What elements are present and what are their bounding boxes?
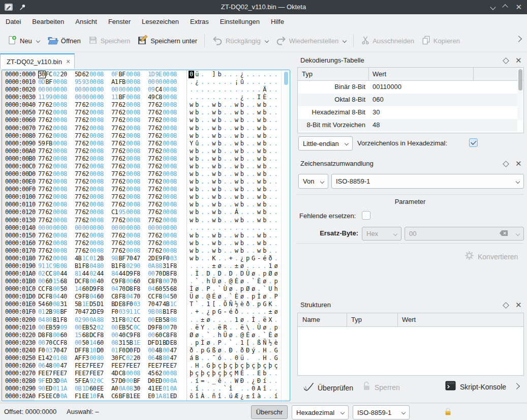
char-cell[interactable]: . [228, 132, 234, 140]
hex-byte[interactable]: 80 [53, 270, 60, 278]
char-cell[interactable]: . [251, 186, 256, 193]
char-cell[interactable]: . [273, 170, 279, 178]
char-cell[interactable]: b [262, 239, 267, 247]
hex-byte[interactable]: 08 [60, 125, 68, 132]
char-cell[interactable]: ø [228, 285, 234, 293]
char-cell[interactable]: . [273, 71, 279, 78]
char-cell[interactable]: . [200, 201, 205, 208]
hex-byte[interactable]: 00 [82, 94, 90, 101]
char-cell[interactable]: . [189, 377, 194, 385]
char-cell[interactable]: . [211, 385, 216, 393]
char-cell[interactable]: . [223, 393, 228, 400]
hex-byte[interactable]: 62 [156, 125, 163, 132]
hex-byte[interactable]: 77 [148, 201, 156, 208]
char-cell[interactable]: . [267, 239, 273, 247]
char-cell[interactable]: . [189, 385, 194, 393]
char-cell[interactable]: . [200, 78, 205, 86]
char-cell[interactable]: w [256, 109, 262, 116]
char-cell[interactable]: . [251, 339, 256, 347]
hex-byte[interactable]: 00 [126, 78, 134, 86]
char-cell[interactable]: w [189, 147, 194, 155]
char-cell[interactable]: G [262, 301, 267, 308]
char-cell[interactable]: w [234, 178, 239, 186]
hex-byte[interactable]: E8 [119, 301, 127, 308]
char-cell[interactable]: è [239, 301, 245, 308]
hex-byte[interactable]: 40 [60, 293, 68, 301]
char-cell[interactable]: ð [189, 347, 194, 354]
char-cell[interactable]: . [245, 186, 251, 193]
char-cell[interactable]: ¿ [205, 308, 211, 316]
hex-byte[interactable]: 77 [111, 217, 119, 224]
hex-byte[interactable]: 09 [148, 86, 156, 94]
char-cell[interactable]: î [251, 393, 256, 400]
char-cell[interactable]: . [205, 109, 211, 116]
char-cell[interactable]: . [234, 285, 239, 293]
hex-byte[interactable]: 47 [170, 354, 178, 362]
char-cell[interactable]: w [189, 255, 194, 262]
hex-byte[interactable]: 00 [53, 86, 60, 94]
char-cell[interactable]: . [217, 94, 223, 101]
hex-byte[interactable]: 60 [134, 278, 141, 285]
hex-byte[interactable]: 1C [134, 308, 141, 316]
char-cell[interactable]: . [205, 86, 211, 94]
char-cell[interactable]: ç [251, 362, 256, 370]
char-cell[interactable]: . [251, 140, 256, 147]
hex-byte[interactable]: 08 [134, 370, 141, 377]
char-cell[interactable]: w [234, 155, 239, 163]
char-cell[interactable]: . [245, 370, 251, 377]
char-cell[interactable]: î [228, 385, 234, 393]
hex-byte[interactable]: 08 [134, 147, 141, 155]
hex-byte[interactable]: 45 [148, 370, 156, 377]
hex-byte[interactable]: 62 [156, 170, 163, 178]
char-cell[interactable]: ø [194, 332, 200, 339]
hex-byte[interactable]: 77 [111, 125, 119, 132]
hex-byte[interactable]: 00 [163, 224, 170, 232]
hex-byte[interactable]: 60 [89, 385, 97, 393]
hex-byte[interactable]: 00 [53, 132, 60, 140]
hex-byte[interactable]: 77 [111, 186, 119, 193]
hex-byte[interactable]: 59 [38, 140, 46, 147]
char-cell[interactable]: . [273, 132, 279, 140]
hex-byte[interactable]: EB [82, 324, 90, 332]
hex-byte[interactable]: 77 [111, 201, 119, 208]
char-cell[interactable]: . [205, 186, 211, 193]
hex-byte[interactable]: 62 [82, 163, 90, 170]
char-cell[interactable]: . [194, 94, 200, 101]
hex-byte[interactable]: 00 [163, 239, 170, 247]
decoding-table-row[interactable]: Hexadezimal 8-Bit30 [298, 106, 517, 119]
hex-byte[interactable]: 62 [82, 116, 90, 124]
hex-row[interactable]: 0000:00D077w62b00.08.77w62b00.08.77w62b0… [2, 170, 290, 178]
char-cell[interactable]: ` [223, 385, 228, 393]
char-cell[interactable]: . [200, 278, 205, 285]
hex-byte[interactable]: 00 [126, 278, 134, 285]
hex-byte[interactable]: 00 [126, 109, 134, 116]
dropdown-chevron-icon[interactable] [36, 39, 40, 43]
char-cell[interactable]: . [273, 377, 279, 385]
column-header-typ[interactable]: Typ [302, 70, 313, 78]
char-cell[interactable]: . [205, 116, 211, 124]
hex-byte[interactable]: FE [38, 370, 46, 377]
hex-byte[interactable]: 08 [97, 132, 105, 140]
char-cell[interactable]: ø [262, 278, 267, 285]
hex-byte[interactable]: 77 [148, 163, 156, 170]
hex-byte[interactable]: 77 [148, 109, 156, 116]
hex-byte[interactable]: 00 [126, 170, 134, 178]
hex-byte[interactable]: 08 [60, 354, 68, 362]
hex-byte[interactable]: 77 [75, 125, 82, 132]
hex-byte[interactable]: 98 [111, 255, 119, 262]
char-cell[interactable]: p [239, 285, 245, 293]
hex-byte[interactable]: 70 [75, 308, 82, 316]
char-cell[interactable]: w [189, 116, 194, 124]
char-cell[interactable]: w [256, 140, 262, 147]
char-cell[interactable]: ø [251, 332, 256, 339]
hex-byte[interactable]: 77 [38, 232, 46, 239]
hex-byte[interactable]: 62 [82, 232, 90, 239]
char-cell[interactable]: b [262, 147, 267, 155]
hex-byte[interactable]: 10 [89, 347, 97, 354]
char-cell[interactable]: . [267, 193, 273, 201]
char-cell[interactable]: ¿ [239, 71, 245, 78]
hex-byte[interactable]: 00 [163, 71, 170, 78]
hex-byte[interactable]: 00 [163, 217, 170, 224]
char-cell[interactable]: . [267, 140, 273, 147]
hex-byte[interactable]: 60 [60, 332, 68, 339]
